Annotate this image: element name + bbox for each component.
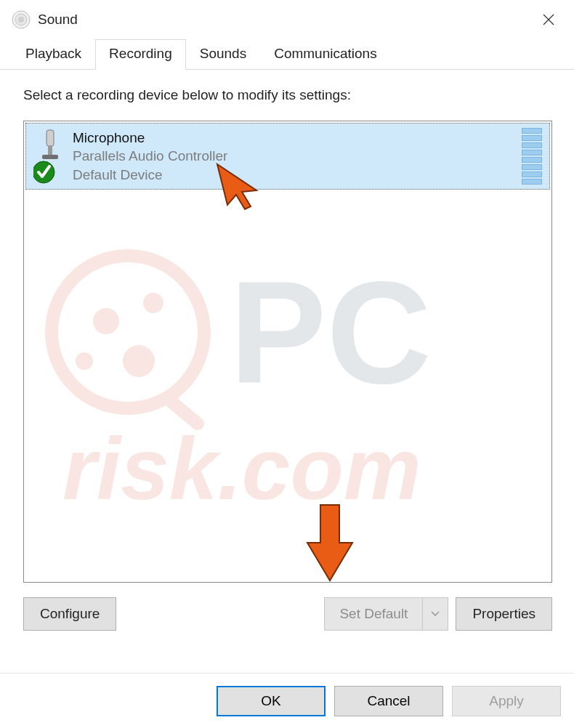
set-default-split-button: Set Default xyxy=(324,597,448,631)
speaker-icon xyxy=(12,10,31,29)
tab-communications[interactable]: Communications xyxy=(260,39,391,70)
instruction-text: Select a recording device below to modif… xyxy=(23,87,552,103)
svg-point-11 xyxy=(143,293,163,313)
configure-button[interactable]: Configure xyxy=(23,597,116,631)
set-default-dropdown xyxy=(423,598,448,630)
close-icon xyxy=(543,14,554,25)
device-status: Default Device xyxy=(73,166,522,185)
watermark: PC risk.com xyxy=(31,245,544,521)
properties-button[interactable]: Properties xyxy=(456,597,552,631)
tab-recording[interactable]: Recording xyxy=(95,39,186,70)
dialog-button-row: OK Cancel Apply xyxy=(217,686,561,716)
tab-sounds[interactable]: Sounds xyxy=(186,39,260,70)
window-title: Sound xyxy=(38,12,533,28)
svg-rect-5 xyxy=(47,130,54,146)
svg-point-9 xyxy=(52,256,204,408)
device-name: Microphone xyxy=(73,129,522,147)
device-button-row: Configure Set Default Properties xyxy=(23,597,552,631)
annotation-down-arrow-icon xyxy=(304,502,355,586)
tab-content: Select a recording device below to modif… xyxy=(0,70,574,631)
svg-point-12 xyxy=(76,352,93,370)
chevron-down-icon xyxy=(431,611,440,617)
apply-button: Apply xyxy=(452,686,561,716)
close-button[interactable] xyxy=(533,8,564,31)
cancel-button[interactable]: Cancel xyxy=(334,686,443,716)
svg-point-2 xyxy=(18,17,24,23)
svg-rect-6 xyxy=(48,146,52,155)
titlebar: Sound xyxy=(0,0,574,38)
svg-text:risk.com: risk.com xyxy=(62,420,421,517)
microphone-icon xyxy=(33,129,65,184)
divider xyxy=(0,673,574,674)
device-row-microphone[interactable]: Microphone Parallels Audio Controller De… xyxy=(25,123,550,190)
level-meter xyxy=(522,128,542,185)
svg-rect-14 xyxy=(159,390,206,433)
svg-point-13 xyxy=(123,345,155,377)
tabstrip: Playback Recording Sounds Communications xyxy=(0,38,574,70)
svg-point-10 xyxy=(93,308,119,334)
set-default-button: Set Default xyxy=(325,598,423,630)
svg-text:PC: PC xyxy=(230,251,432,413)
tab-playback[interactable]: Playback xyxy=(12,39,95,70)
ok-button[interactable]: OK xyxy=(217,686,326,716)
device-list[interactable]: Microphone Parallels Audio Controller De… xyxy=(23,121,552,583)
device-info: Microphone Parallels Audio Controller De… xyxy=(73,129,522,185)
device-driver: Parallels Audio Controller xyxy=(73,147,522,166)
svg-rect-7 xyxy=(42,155,58,159)
